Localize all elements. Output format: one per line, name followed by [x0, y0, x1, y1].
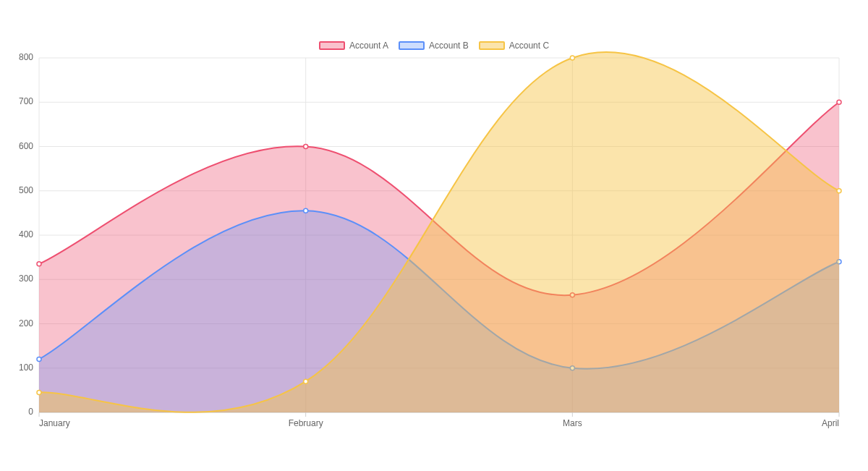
y-tick-label: 700 — [19, 96, 33, 106]
data-point — [304, 145, 308, 149]
legend-label: Account B — [429, 41, 469, 51]
legend-label: Account A — [349, 41, 388, 51]
y-tick-label: 0 — [28, 407, 33, 417]
y-tick-label: 300 — [19, 273, 33, 284]
data-point — [304, 379, 308, 383]
data-point — [837, 100, 841, 104]
chart-svg — [0, 0, 868, 471]
x-tick-label: February — [284, 418, 328, 428]
legend-item[interactable]: Account A — [319, 41, 388, 51]
x-tick-label: April — [817, 418, 839, 428]
legend: Account AAccount BAccount C — [319, 41, 549, 51]
data-point — [837, 189, 841, 193]
y-tick-label: 600 — [19, 141, 33, 151]
y-tick-label: 400 — [19, 229, 33, 239]
legend-swatch — [399, 41, 425, 50]
data-point — [37, 262, 41, 266]
x-tick-label: Mars — [550, 418, 594, 428]
data-point — [304, 208, 308, 213]
legend-item[interactable]: Account B — [399, 41, 469, 51]
y-tick-label: 200 — [19, 318, 33, 328]
legend-item[interactable]: Account C — [479, 41, 549, 51]
y-tick-label: 800 — [19, 52, 33, 62]
legend-swatch — [319, 41, 345, 50]
data-point — [37, 390, 41, 394]
y-tick-label: 100 — [19, 362, 33, 373]
area-chart: Account AAccount BAccount C 010020030040… — [0, 0, 868, 471]
data-point — [570, 56, 574, 60]
x-tick-label: January — [39, 418, 70, 428]
y-tick-label: 500 — [19, 185, 33, 195]
legend-swatch — [479, 41, 505, 50]
data-point — [37, 357, 41, 362]
legend-label: Account C — [509, 41, 549, 51]
